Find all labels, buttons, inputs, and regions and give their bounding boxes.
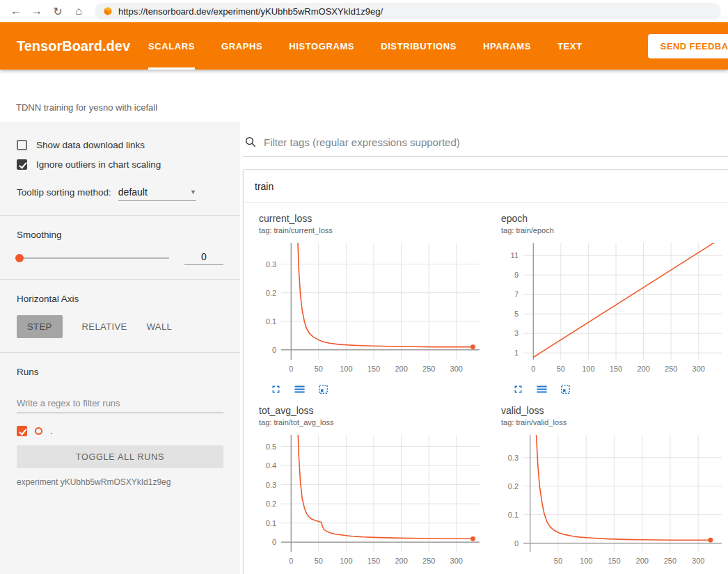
smoothing-value[interactable]: 0 xyxy=(184,251,223,265)
svg-text:0.2: 0.2 xyxy=(266,500,276,508)
toggle-all-runs-button[interactable]: TOGGLE ALL RUNS xyxy=(17,445,223,468)
chart-canvas[interactable]: 05010015020025030000.10.20.3 xyxy=(249,239,487,381)
axis-step-button[interactable]: STEP xyxy=(17,315,63,338)
svg-text:0.4: 0.4 xyxy=(266,461,276,470)
svg-text:300: 300 xyxy=(450,557,463,565)
experiment-description: TDNN training for yesno with icefall xyxy=(16,102,157,113)
svg-text:100: 100 xyxy=(580,557,592,565)
tab-graphs[interactable]: GRAPHS xyxy=(221,22,262,70)
tab-text[interactable]: TEXT xyxy=(557,22,583,70)
svg-text:200: 200 xyxy=(636,557,649,565)
chart-canvas[interactable]: 5010015020025030000.10.20.3 xyxy=(491,431,728,573)
data-lines-icon[interactable] xyxy=(536,383,548,395)
fullscreen-icon[interactable] xyxy=(270,383,282,395)
runs-filter-input[interactable] xyxy=(17,398,223,413)
data-lines-icon[interactable] xyxy=(294,383,306,395)
fit-domain-icon[interactable] xyxy=(560,383,571,395)
svg-text:0.1: 0.1 xyxy=(266,519,276,527)
refresh-icon[interactable]: ↻ xyxy=(49,5,67,18)
svg-text:300: 300 xyxy=(693,365,705,373)
browser-chrome: ← → ↻ ⌂ https://tensorboard.dev/experime… xyxy=(0,0,728,22)
send-feedback-button[interactable]: SEND FEEDBACK xyxy=(648,34,728,58)
tooltip-sorting-value: default xyxy=(118,186,148,198)
ignore-outliers-label: Ignore outliers in chart scaling xyxy=(36,159,161,170)
runs-label: Runs xyxy=(17,367,223,377)
tag-filter-input[interactable] xyxy=(264,136,728,148)
divider xyxy=(0,215,240,216)
chart-canvas[interactable]: 05010015020025030000.10.20.30.40.5 xyxy=(249,431,487,573)
svg-text:150: 150 xyxy=(608,557,620,565)
tooltip-sorting-select[interactable]: default ▼ xyxy=(118,186,196,201)
divider xyxy=(0,352,240,353)
forward-icon[interactable]: → xyxy=(28,5,46,17)
train-card: train current_loss tag: train/current_lo… xyxy=(243,169,728,574)
svg-text:0.1: 0.1 xyxy=(508,511,519,519)
experiment-description-bar: TDNN training for yesno with icefall xyxy=(0,70,728,122)
nav-tabs: SCALARS GRAPHS HISTOGRAMS DISTRIBUTIONS … xyxy=(148,22,583,70)
svg-text:0.1: 0.1 xyxy=(266,317,276,326)
svg-text:0.5: 0.5 xyxy=(266,443,276,451)
svg-text:200: 200 xyxy=(395,365,407,373)
chart-tag: tag: train/current_loss xyxy=(259,226,487,234)
chevron-down-icon: ▼ xyxy=(190,189,196,196)
svg-text:50: 50 xyxy=(554,557,562,565)
svg-text:100: 100 xyxy=(582,365,594,373)
chart-canvas[interactable]: 0501001502002503001357911 xyxy=(491,239,728,381)
app-header: TensorBoard.dev SCALARS GRAPHS HISTOGRAM… xyxy=(0,22,728,70)
svg-text:7: 7 xyxy=(514,290,519,298)
search-icon xyxy=(244,136,257,148)
ignore-outliers-checkbox[interactable] xyxy=(17,159,27,170)
tab-hparams[interactable]: HPARAMS xyxy=(483,22,531,70)
divider xyxy=(0,279,240,280)
chart-title: tot_avg_loss xyxy=(259,405,487,416)
show-download-links-checkbox[interactable] xyxy=(17,140,27,150)
address-bar[interactable]: https://tensorboard.dev/experiment/yKUbh… xyxy=(95,3,721,19)
svg-text:0.3: 0.3 xyxy=(266,481,276,489)
svg-text:300: 300 xyxy=(450,365,463,373)
svg-text:150: 150 xyxy=(367,365,380,373)
tag-filter-row[interactable] xyxy=(243,131,728,157)
svg-text:250: 250 xyxy=(665,365,677,373)
train-card-header[interactable]: train xyxy=(244,170,728,203)
axis-wall-button[interactable]: WALL xyxy=(147,321,173,332)
run-row[interactable]: . xyxy=(17,426,223,436)
tab-distributions[interactable]: DISTRIBUTIONS xyxy=(381,22,457,70)
back-icon[interactable]: ← xyxy=(7,5,25,17)
fullscreen-icon[interactable] xyxy=(512,383,524,395)
svg-text:0.2: 0.2 xyxy=(266,289,276,297)
svg-text:0: 0 xyxy=(289,365,293,373)
svg-text:200: 200 xyxy=(395,557,407,565)
smoothing-slider[interactable] xyxy=(17,257,169,259)
show-download-links-row[interactable]: Show data download links xyxy=(17,140,223,150)
url-text: https://tensorboard.dev/experiment/yKUbh… xyxy=(118,6,383,17)
svg-text:5: 5 xyxy=(514,310,519,318)
svg-text:250: 250 xyxy=(664,557,676,565)
svg-text:0: 0 xyxy=(531,365,535,373)
svg-text:0: 0 xyxy=(272,538,276,546)
ignore-outliers-row[interactable]: Ignore outliers in chart scaling xyxy=(17,159,223,170)
chart-toolbar xyxy=(512,383,728,395)
home-icon[interactable]: ⌂ xyxy=(70,5,88,17)
horizontal-axis-label: Horizontal Axis xyxy=(17,294,223,304)
svg-text:150: 150 xyxy=(367,557,380,565)
experiment-id-label: experiment yKUbhb5wRmOSXYkId1z9eg xyxy=(17,477,223,487)
smoothing-label: Smoothing xyxy=(17,230,223,240)
tooltip-sorting-label: Tooltip sorting method: xyxy=(17,187,111,198)
svg-text:300: 300 xyxy=(692,557,704,565)
svg-text:1: 1 xyxy=(514,349,519,357)
tensorboard-favicon xyxy=(103,6,113,16)
tab-scalars[interactable]: SCALARS xyxy=(148,22,195,70)
smoothing-slider-thumb[interactable] xyxy=(15,254,24,262)
svg-text:11: 11 xyxy=(511,251,519,260)
svg-text:150: 150 xyxy=(610,365,622,373)
fit-domain-icon[interactable] xyxy=(317,383,329,395)
svg-text:0: 0 xyxy=(289,557,293,565)
svg-text:50: 50 xyxy=(315,365,323,373)
svg-text:250: 250 xyxy=(422,557,435,565)
tab-histograms[interactable]: HISTOGRAMS xyxy=(289,22,354,70)
run-checkbox[interactable] xyxy=(17,426,27,436)
svg-text:0: 0 xyxy=(272,346,276,354)
axis-relative-button[interactable]: RELATIVE xyxy=(82,321,127,332)
chart-title: epoch xyxy=(501,213,728,224)
svg-text:250: 250 xyxy=(422,365,435,373)
